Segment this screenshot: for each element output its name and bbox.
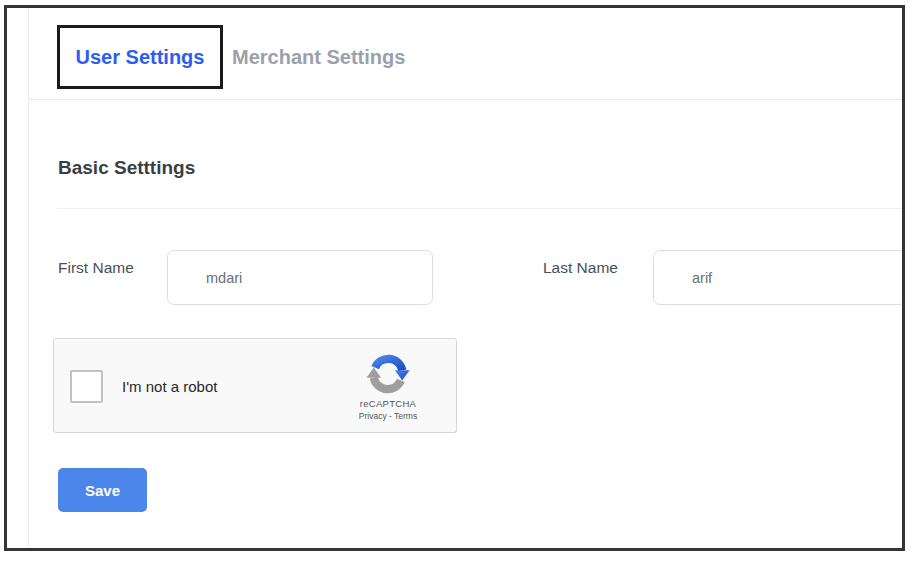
recaptcha-logo-icon	[366, 352, 410, 396]
recaptcha-privacy-terms-links[interactable]: Privacy - Terms	[342, 411, 434, 421]
tab-merchant-settings[interactable]: Merchant Settings	[232, 25, 405, 89]
tab-user-settings[interactable]: User Settings	[76, 46, 205, 69]
highlight-box: User Settings	[57, 25, 223, 89]
recaptcha-widget: I'm not a robot reCAPTCHA Privacy - Term…	[53, 338, 457, 433]
last-name-label: Last Name	[543, 259, 618, 277]
screenshot-frame: User Settings Merchant Settings Basic Se…	[4, 5, 905, 551]
recaptcha-brand-name: reCAPTCHA	[342, 398, 434, 409]
card-left-border	[28, 8, 29, 548]
section-divider	[57, 208, 902, 209]
first-name-input[interactable]	[167, 250, 433, 305]
recaptcha-checkbox[interactable]	[70, 370, 103, 403]
section-title: Basic Setttings	[58, 157, 195, 179]
first-name-label: First Name	[58, 259, 134, 277]
recaptcha-brand: reCAPTCHA Privacy - Terms	[342, 352, 434, 421]
tab-bar-divider	[28, 99, 902, 100]
save-button[interactable]: Save	[58, 468, 147, 512]
last-name-input[interactable]	[653, 250, 905, 305]
recaptcha-checkbox-label: I'm not a robot	[122, 378, 217, 395]
